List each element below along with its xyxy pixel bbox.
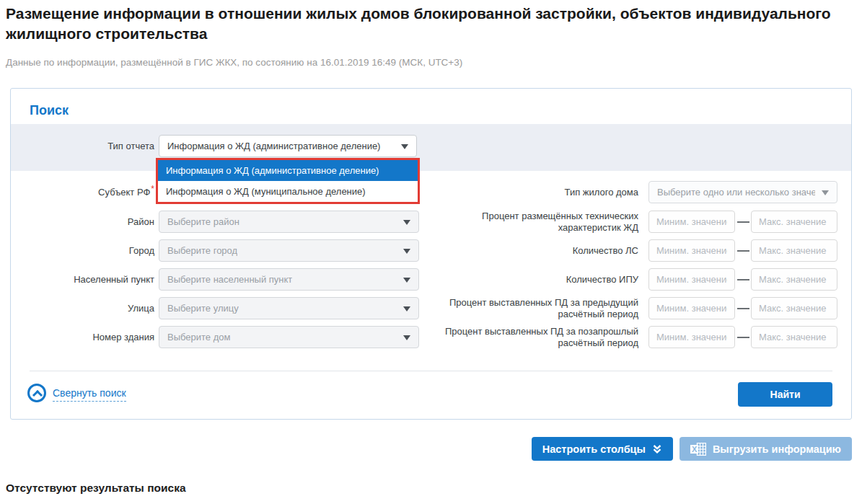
- district-select[interactable]: Выберите район: [159, 211, 419, 233]
- range-dash: [737, 221, 749, 223]
- collapse-search-link[interactable]: Свернуть поиск: [53, 387, 126, 402]
- settlement-select[interactable]: Выберите населенный пункт: [159, 268, 419, 291]
- building-number-label: Номер здания: [11, 326, 154, 348]
- dropdown-option-administrative[interactable]: Информация о ЖД (административное делени…: [158, 160, 418, 181]
- range-dash: [737, 279, 749, 280]
- ls-count-label: Количество ЛС: [442, 239, 638, 262]
- settlement-label: Населенный пункт: [11, 268, 154, 291]
- report-type-select[interactable]: Информация о ЖД (административное делени…: [159, 135, 417, 157]
- city-label: Город: [11, 239, 154, 262]
- page-subtitle: Данные по информации, размещённой в ГИС …: [6, 57, 462, 68]
- ipu-count-max-input[interactable]: [751, 268, 837, 291]
- panel-separator: [30, 371, 832, 371]
- subject-rf-label-text: Субъект РФ: [98, 187, 150, 198]
- ipu-count-label: Количество ИПУ: [442, 268, 638, 291]
- tech-percent-label: Процент размещённых технических характер…: [442, 211, 638, 233]
- street-label: Улица: [11, 297, 154, 319]
- configure-columns-button[interactable]: Настроить столбцы: [532, 437, 673, 461]
- district-placeholder: Выберите район: [167, 216, 239, 227]
- dropdown-option-municipal[interactable]: Информация о ЖД (муниципальное деление): [158, 181, 418, 202]
- chevron-down-icon: [403, 335, 410, 340]
- report-type-value: Информация о ЖД (административное делени…: [167, 141, 380, 151]
- range-dash: [737, 337, 749, 338]
- actions-row: Настроить столбцы X Выгрузить информацию: [10, 437, 852, 461]
- street-select[interactable]: Выберите улицу: [159, 297, 419, 319]
- collapse-circle-icon[interactable]: [27, 384, 46, 402]
- no-results-message: Отсутствуют результаты поиска: [6, 482, 186, 495]
- chevron-down-icon: [403, 249, 410, 254]
- chevron-down-icon: [403, 306, 410, 311]
- export-info-button[interactable]: X Выгрузить информацию: [680, 437, 852, 461]
- pd-prev-percent-label: Процент выставленных ПД за предыдущий ра…: [442, 297, 638, 319]
- subject-rf-label: Субъект РФ*: [11, 181, 154, 203]
- double-chevron-down-icon: [652, 444, 662, 454]
- search-panel: Поиск Тип отчета Информация о ЖД (админи…: [10, 88, 852, 420]
- tech-percent-min-input[interactable]: [648, 211, 735, 233]
- house-type-label: Тип жилого дома: [442, 181, 638, 203]
- ipu-count-min-input[interactable]: [648, 268, 735, 291]
- city-placeholder: Выберите город: [167, 245, 237, 256]
- tech-percent-max-input[interactable]: [751, 211, 837, 233]
- page-title: Размещение информации в отношении жилых …: [6, 4, 857, 44]
- building-number-placeholder: Выберите дом: [167, 332, 230, 342]
- required-asterisk: *: [151, 184, 154, 194]
- city-select[interactable]: Выберите город: [159, 239, 419, 262]
- building-number-select[interactable]: Выберите дом: [159, 326, 419, 348]
- chevron-down-icon: [401, 144, 408, 149]
- ls-count-min-input[interactable]: [648, 239, 735, 262]
- district-label: Район: [11, 211, 154, 233]
- pd-prev-percent-min-input[interactable]: [648, 297, 735, 319]
- report-type-dropdown-list: Информация о ЖД (административное делени…: [156, 158, 420, 204]
- chevron-down-icon: [403, 220, 410, 225]
- pd-before-prev-percent-min-input[interactable]: [648, 326, 735, 348]
- range-dash: [737, 250, 749, 252]
- settlement-placeholder: Выберите населенный пункт: [167, 274, 292, 285]
- chevron-up-icon: [32, 389, 42, 399]
- pd-prev-percent-max-input[interactable]: [751, 297, 837, 319]
- report-type-label: Тип отчета: [11, 135, 154, 157]
- export-info-label: Выгрузить информацию: [713, 443, 841, 455]
- house-type-select[interactable]: Выберите одно или несколько значен...: [648, 181, 837, 203]
- pd-before-prev-percent-max-input[interactable]: [751, 326, 837, 348]
- excel-icon: X: [690, 443, 706, 456]
- svg-text:X: X: [692, 445, 698, 454]
- ls-count-max-input[interactable]: [751, 239, 837, 262]
- street-placeholder: Выберите улицу: [167, 303, 239, 314]
- find-button[interactable]: Найти: [738, 382, 832, 407]
- house-type-placeholder: Выберите одно или несколько значен...: [657, 187, 815, 198]
- chevron-down-icon: [822, 190, 829, 195]
- range-dash: [737, 308, 749, 309]
- configure-columns-label: Настроить столбцы: [542, 443, 646, 455]
- search-panel-title: Поиск: [30, 103, 69, 118]
- pd-before-prev-percent-label: Процент выставленных ПД за позапрошлый р…: [442, 326, 638, 348]
- chevron-down-icon: [403, 278, 410, 283]
